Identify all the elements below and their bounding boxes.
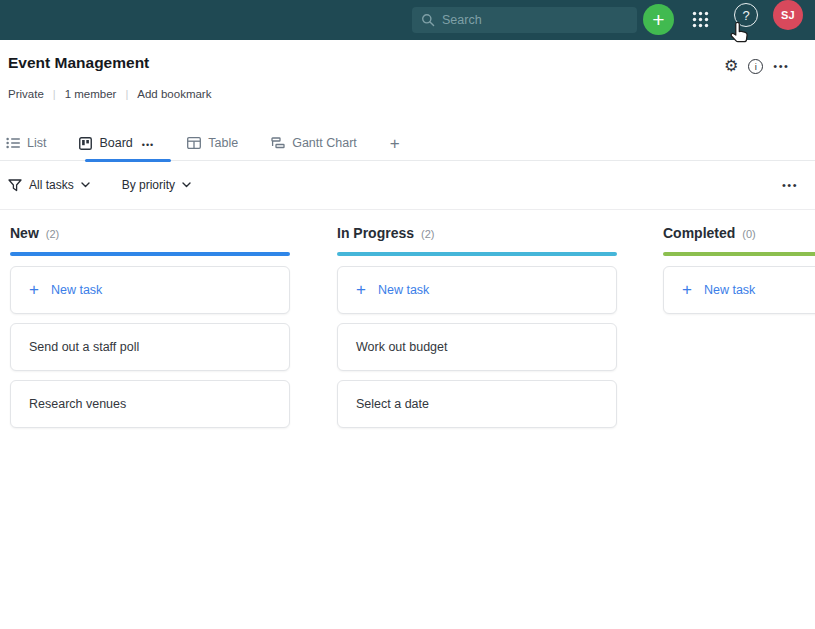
- task-title: Research venues: [29, 397, 126, 411]
- chevron-down-icon: [182, 182, 191, 188]
- settings-button[interactable]: ⚙: [724, 57, 738, 75]
- tab-board[interactable]: Board: [79, 136, 132, 150]
- column-underline: [10, 252, 290, 256]
- page-title: Event Management: [8, 54, 149, 72]
- tab-label: List: [27, 136, 46, 150]
- add-bookmark-link[interactable]: Add bookmark: [137, 88, 211, 100]
- card-list: + New task: [663, 266, 815, 314]
- group-by-label: By priority: [122, 178, 175, 192]
- add-button[interactable]: +: [643, 4, 674, 35]
- topbar: + ? SJ: [0, 0, 815, 40]
- filter-tasks-label: All tasks: [29, 178, 74, 192]
- new-task-label: New task: [378, 283, 429, 297]
- column-count: (2): [46, 228, 59, 240]
- members-link[interactable]: 1 member: [65, 88, 117, 100]
- chevron-down-icon: [81, 182, 90, 188]
- grid-icon: [691, 10, 711, 29]
- table-icon: [187, 137, 201, 149]
- search-input[interactable]: [442, 13, 628, 27]
- group-by-dropdown[interactable]: By priority: [122, 178, 191, 192]
- task-title: Select a date: [356, 397, 429, 411]
- column-title: New: [10, 225, 39, 241]
- column-count: (2): [421, 228, 434, 240]
- filter-tasks-dropdown[interactable]: All tasks: [29, 178, 90, 192]
- apps-grid-button[interactable]: [691, 10, 711, 30]
- header-actions: ⚙ i •••: [724, 57, 789, 75]
- plus-icon: +: [652, 8, 664, 31]
- tab-label: Gantt Chart: [292, 136, 357, 150]
- plus-icon: +: [682, 282, 692, 298]
- kanban-column-in-progress: In Progress (2) + New task Work out budg…: [337, 225, 617, 437]
- list-icon: [6, 137, 20, 149]
- column-header[interactable]: In Progress (2): [337, 225, 617, 247]
- tab-label: Board: [99, 136, 132, 150]
- filterbar-more-button[interactable]: •••: [782, 179, 798, 191]
- new-task-button[interactable]: + New task: [337, 266, 617, 314]
- column-header[interactable]: Completed (0): [663, 225, 815, 247]
- board-tab-overflow-button[interactable]: •••: [142, 137, 154, 150]
- info-button[interactable]: i: [748, 58, 763, 74]
- kanban-column-completed: Completed (0) + New task: [663, 225, 815, 323]
- help-button[interactable]: ?: [734, 3, 758, 27]
- search-box[interactable]: [412, 7, 637, 33]
- tab-list[interactable]: List: [6, 136, 46, 150]
- column-underline: [663, 252, 815, 256]
- tab-label: Table: [208, 136, 238, 150]
- card-list: + New task Work out budget Select a date: [337, 266, 617, 428]
- task-card[interactable]: Work out budget: [337, 323, 617, 371]
- gear-icon: ⚙: [724, 56, 738, 75]
- column-title: Completed: [663, 225, 735, 241]
- column-count: (0): [742, 228, 755, 240]
- board-icon: [79, 137, 92, 150]
- column-underline: [337, 252, 617, 256]
- task-title: Work out budget: [356, 340, 448, 354]
- filter-icon: [8, 179, 22, 192]
- question-icon: ?: [742, 8, 749, 23]
- task-card[interactable]: Send out a staff poll: [10, 323, 290, 371]
- new-task-label: New task: [704, 283, 755, 297]
- new-task-label: New task: [51, 283, 102, 297]
- tab-table[interactable]: Table: [187, 136, 238, 150]
- avatar-initials: SJ: [781, 9, 795, 21]
- task-card[interactable]: Select a date: [337, 380, 617, 428]
- column-title: In Progress: [337, 225, 414, 241]
- meta-divider: |: [53, 88, 56, 100]
- info-icon: i: [748, 59, 763, 74]
- search-icon: [421, 13, 435, 27]
- user-avatar[interactable]: SJ: [773, 0, 803, 30]
- add-view-button[interactable]: +: [390, 135, 400, 152]
- privacy-label: Private: [8, 88, 44, 100]
- new-task-button[interactable]: + New task: [663, 266, 815, 314]
- new-task-button[interactable]: + New task: [10, 266, 290, 314]
- filterbar: All tasks By priority •••: [0, 161, 815, 210]
- view-tabbar: List Board ••• Table: [0, 126, 815, 161]
- gantt-icon: [271, 137, 285, 149]
- plus-icon: +: [29, 282, 39, 298]
- meta-divider: |: [125, 88, 128, 100]
- header-more-button[interactable]: •••: [773, 60, 789, 72]
- kanban-column-new: New (2) + New task Send out a staff poll…: [10, 225, 290, 437]
- card-list: + New task Send out a staff poll Researc…: [10, 266, 290, 428]
- plus-icon: +: [356, 282, 366, 298]
- task-title: Send out a staff poll: [29, 340, 139, 354]
- tab-gantt-chart[interactable]: Gantt Chart: [271, 136, 357, 150]
- collection-meta: Private | 1 member | Add bookmark: [8, 88, 211, 100]
- task-card[interactable]: Research venues: [10, 380, 290, 428]
- column-header[interactable]: New (2): [10, 225, 290, 247]
